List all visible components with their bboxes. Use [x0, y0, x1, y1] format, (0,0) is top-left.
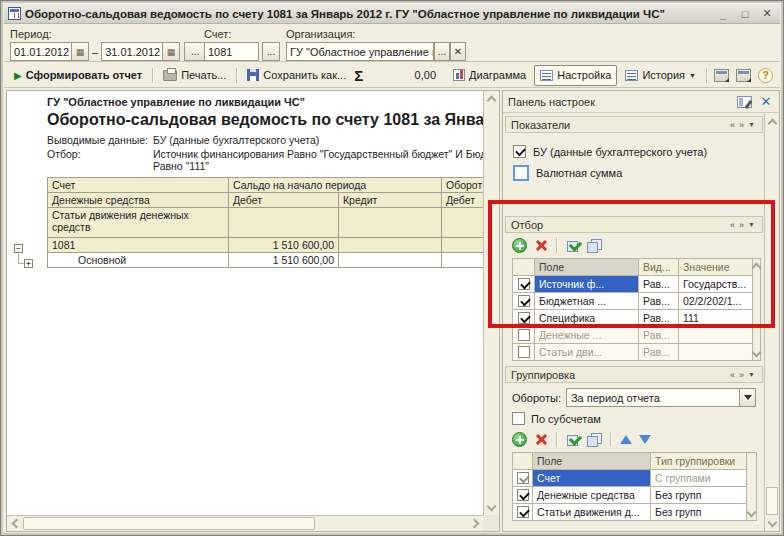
checkbox[interactable]	[518, 312, 530, 324]
move-up-icon[interactable]	[620, 435, 632, 444]
period-dash: –	[89, 46, 101, 58]
scroll-right-icon[interactable]	[468, 516, 483, 531]
collapse-left-icon[interactable]: «	[728, 370, 737, 380]
add-icon[interactable]	[512, 238, 527, 253]
scroll-up-icon[interactable]	[484, 91, 499, 106]
filter-row[interactable]: Специфика Рав... 111	[513, 310, 753, 327]
move-down-icon[interactable]	[639, 435, 651, 444]
collapse-left-icon[interactable]: «	[728, 220, 737, 230]
checkbox[interactable]	[513, 165, 529, 181]
checkbox[interactable]	[512, 412, 525, 425]
scroll-up-icon[interactable]	[765, 114, 779, 129]
scroll-down-icon[interactable]	[753, 347, 760, 360]
organization-select-button[interactable]: ...	[434, 42, 450, 61]
save-as-button[interactable]: Сохранить как...	[242, 65, 351, 86]
filter-row[interactable]: Источник ф... Рав... Государств...	[513, 276, 753, 293]
turnovers-select[interactable]: За период отчета	[566, 388, 756, 407]
panel-vertical-scrollbar[interactable]	[764, 114, 779, 531]
account-input[interactable]: 1081	[204, 42, 259, 61]
close-button[interactable]: ✕	[758, 7, 776, 20]
calendar-icon[interactable]: ▦	[163, 42, 180, 61]
minimize-button[interactable]: _	[714, 8, 732, 20]
collapse-right-icon[interactable]: »	[737, 220, 746, 230]
report-horizontal-scrollbar[interactable]	[7, 515, 483, 531]
filter-row[interactable]: Денежные ... Рав...	[513, 327, 753, 344]
checkbox[interactable]	[518, 278, 530, 290]
checkbox[interactable]	[518, 329, 530, 341]
table-row[interactable]: 1081 1 510 600,00	[48, 238, 484, 253]
filter-col-value[interactable]: Значение	[679, 259, 753, 276]
calendar-icon[interactable]: ▦	[72, 42, 89, 61]
grouping-row[interactable]: Денежные средства Без групп	[513, 487, 747, 504]
tree-expand-icon[interactable]: +	[24, 259, 33, 268]
report-vertical-scrollbar[interactable]	[483, 91, 499, 515]
grouping-row[interactable]: Статьи движения д... Без групп	[513, 504, 747, 521]
column-header-articles: Статьи движения денежных средств	[48, 208, 229, 238]
indicator-item[interactable]: Валютная сумма	[505, 162, 763, 183]
diagram-button[interactable]: Диаграмма	[448, 65, 531, 86]
check-all-icon[interactable]	[566, 433, 580, 446]
add-icon[interactable]	[512, 432, 527, 447]
checkbox[interactable]	[517, 489, 529, 501]
panel-settings-icon[interactable]	[737, 96, 752, 108]
save-settings-button[interactable]	[734, 65, 753, 86]
collapse-right-icon[interactable]: »	[737, 370, 746, 380]
period-to-input[interactable]: 31.01.2012	[101, 42, 163, 61]
filter-row[interactable]: Бюджетная ... Рав... 02/2/202/1...	[513, 293, 753, 310]
table-row[interactable]: Основной 1 510 600,00	[48, 253, 484, 268]
uncheck-all-icon[interactable]	[587, 433, 601, 446]
account-select-button[interactable]: ...	[262, 42, 280, 61]
maximize-button[interactable]: □	[736, 8, 754, 20]
period-more-button[interactable]: ...	[184, 42, 206, 61]
filter-grid-scrollbar[interactable]	[753, 258, 761, 361]
scrollbar-thumb[interactable]	[23, 517, 315, 530]
tree-collapse-icon[interactable]: −	[14, 244, 23, 253]
scroll-down-icon[interactable]	[747, 507, 756, 520]
scroll-left-icon[interactable]	[7, 516, 22, 531]
filter-col-kind[interactable]: Вид...	[639, 259, 679, 276]
period-from-input[interactable]: 01.01.2012	[10, 42, 72, 61]
column-header-money: Денежные средства	[48, 193, 229, 208]
checkbox[interactable]	[517, 472, 529, 484]
by-subaccounts-option[interactable]: По субсчетам	[505, 410, 763, 427]
grouping-row[interactable]: Счет С группами	[513, 470, 747, 487]
history-button[interactable]: История ▼	[620, 65, 701, 86]
generate-report-button[interactable]: ▶ Сформировать отчет	[9, 65, 147, 86]
section-header-grouping[interactable]: Группировка « » ▼	[505, 366, 763, 383]
grouping-col-field[interactable]: Поле	[533, 453, 651, 470]
scroll-down-icon[interactable]	[765, 516, 779, 531]
collapse-down-icon[interactable]: ▼	[746, 221, 757, 228]
organization-input[interactable]: ГУ "Областное управление по ликв	[286, 42, 434, 61]
filter-row[interactable]: Статьи дви... Рав...	[513, 344, 753, 361]
collapse-right-icon[interactable]: »	[737, 120, 746, 130]
section-header-indicators[interactable]: Показатели « » ▼	[505, 116, 763, 133]
grouping-grid: Поле Тип группировки Счет С группами Ден…	[512, 452, 757, 521]
grouping-grid-scrollbar[interactable]	[747, 452, 757, 521]
checkbox[interactable]	[518, 295, 530, 307]
uncheck-all-icon[interactable]	[587, 239, 601, 252]
grouping-col-type[interactable]: Тип группировки	[651, 453, 747, 470]
filter-col-field[interactable]: Поле	[535, 259, 639, 276]
delete-icon[interactable]	[534, 433, 547, 446]
check-all-icon[interactable]	[566, 239, 580, 252]
checkbox[interactable]	[513, 145, 526, 158]
section-header-filter[interactable]: Отбор « » ▼	[505, 216, 763, 233]
delete-icon[interactable]	[534, 239, 547, 252]
print-button[interactable]: Печать...	[158, 65, 231, 86]
load-settings-button[interactable]	[712, 65, 731, 86]
scroll-up-icon[interactable]	[753, 259, 760, 272]
collapse-down-icon[interactable]: ▼	[746, 371, 757, 378]
scrollbar-thumb[interactable]	[766, 487, 778, 515]
chevron-down-icon[interactable]	[739, 389, 755, 406]
scroll-down-icon[interactable]	[484, 500, 499, 515]
panel-close-button[interactable]: ✕	[758, 94, 774, 109]
indicator-item[interactable]: БУ (данные бухгалтерского учета)	[505, 141, 763, 162]
report-viewport: ГУ "Областное управление по ликвидации Ч…	[7, 91, 483, 515]
collapse-left-icon[interactable]: «	[728, 120, 737, 130]
help-button[interactable]: ?	[756, 65, 775, 86]
settings-button[interactable]: Настройка	[534, 65, 617, 86]
organization-clear-button[interactable]: ✕	[450, 42, 466, 61]
checkbox[interactable]	[518, 346, 530, 358]
collapse-down-icon[interactable]: ▼	[746, 121, 757, 128]
checkbox[interactable]	[517, 506, 529, 518]
